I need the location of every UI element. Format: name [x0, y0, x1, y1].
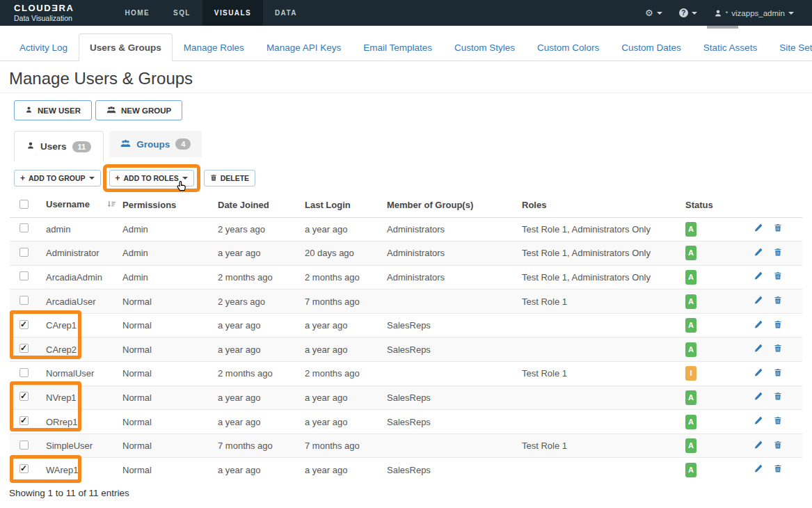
edit-icon[interactable]: [754, 223, 763, 235]
nav-item-sql[interactable]: SQL: [161, 0, 202, 26]
date-joined-cell: a year ago: [218, 458, 305, 482]
date-joined-cell: 2 years ago: [218, 289, 305, 314]
person-icon: [25, 106, 33, 115]
users-table-body: admin Admin 2 years ago a year ago Admin…: [10, 217, 802, 482]
help-icon: ?: [679, 8, 688, 17]
user-icon: [714, 9, 722, 17]
table-row: NormalUser Normal 2 months ago 2 months …: [10, 362, 802, 386]
table-row: CArep1 Normal a year ago a year ago Sale…: [10, 313, 802, 338]
delete-icon[interactable]: [774, 416, 782, 427]
col-permissions[interactable]: Permissions: [122, 193, 218, 217]
delete-icon[interactable]: [774, 368, 782, 379]
row-checkbox[interactable]: [19, 368, 29, 377]
row-checkbox[interactable]: [19, 296, 29, 305]
chevron-down-icon: [788, 12, 794, 15]
date-joined-cell: a year ago: [218, 313, 305, 338]
toolbar: NEW USER NEW GROUP: [14, 100, 182, 120]
tab-groups[interactable]: Groups 4: [109, 131, 202, 157]
date-joined-cell: a year ago: [218, 338, 305, 362]
edit-icon[interactable]: [754, 344, 763, 355]
username-label: vizapps_admin: [731, 9, 785, 17]
col-member[interactable]: Member of Group(s): [387, 193, 522, 217]
delete-button[interactable]: DELETE: [204, 170, 255, 186]
member-cell: [387, 362, 522, 386]
roles-cell: Test Role 1, Administrators Only: [522, 217, 685, 241]
last-login-cell: a year ago: [305, 458, 387, 482]
last-login-cell: a year ago: [305, 338, 387, 362]
tab-activity-log[interactable]: Activity Log: [8, 33, 79, 61]
row-checkbox[interactable]: [19, 344, 29, 353]
col-roles[interactable]: Roles: [522, 193, 685, 217]
row-checkbox[interactable]: [19, 320, 29, 329]
tab-custom-styles[interactable]: Custom Styles: [443, 33, 526, 61]
delete-icon[interactable]: [774, 392, 782, 403]
row-checkbox[interactable]: [19, 271, 29, 280]
delete-icon[interactable]: [774, 223, 782, 235]
tab-manage-api-keys[interactable]: Manage API Keys: [255, 33, 352, 61]
tab-users[interactable]: Users 11: [14, 131, 104, 161]
edit-icon[interactable]: [754, 320, 763, 331]
row-checkbox[interactable]: [19, 248, 29, 257]
select-all-checkbox[interactable]: [19, 200, 29, 209]
delete-icon[interactable]: [774, 271, 782, 283]
delete-icon[interactable]: [774, 464, 782, 475]
last-login-cell: a year ago: [305, 217, 387, 241]
edit-icon[interactable]: [754, 368, 763, 379]
edit-icon[interactable]: [754, 248, 763, 259]
roles-cell: Test Role 1, Administrators Only: [522, 265, 685, 289]
tab-static-assets[interactable]: Static Assets: [692, 33, 768, 61]
add-to-group-button[interactable]: + ADD TO GROUP: [14, 170, 101, 186]
chevron-down-icon: [182, 177, 188, 180]
delete-icon[interactable]: [774, 248, 782, 259]
delete-icon[interactable]: [774, 296, 782, 307]
edit-icon[interactable]: [754, 296, 763, 307]
sort-icon[interactable]: [106, 200, 116, 211]
status-badge: A: [685, 390, 696, 405]
col-last-login[interactable]: Last Login: [305, 193, 387, 217]
chevron-down-icon: [657, 12, 662, 15]
roles-cell: Test Role 1: [522, 362, 685, 386]
edit-icon[interactable]: [754, 271, 763, 283]
delete-icon[interactable]: [774, 440, 782, 452]
table-row: WArep1 Normal a year ago a year ago Sale…: [10, 458, 802, 482]
permissions-cell: Normal: [122, 289, 218, 314]
col-username[interactable]: Username: [46, 199, 90, 209]
new-group-button[interactable]: NEW GROUP: [95, 100, 182, 120]
delete-icon[interactable]: [774, 344, 782, 355]
nav-item-visuals[interactable]: VISUALS: [202, 0, 263, 26]
roles-cell: [522, 410, 685, 434]
tab-users-groups[interactable]: Users & Groups: [79, 33, 173, 61]
tab-email-templates[interactable]: Email Templates: [352, 33, 443, 61]
member-cell: SalesReps: [387, 410, 522, 434]
nav-item-home[interactable]: HOME: [113, 0, 161, 26]
tab-custom-dates[interactable]: Custom Dates: [610, 33, 692, 61]
top-navbar: CLOUDƎRA Data Visualization HOMESQLVISUA…: [0, 0, 812, 26]
tab-manage-roles[interactable]: Manage Roles: [173, 33, 255, 61]
username-cell: ArcadiaAdmin: [46, 265, 122, 289]
settings-menu[interactable]: ⚙: [637, 8, 671, 18]
last-login-cell: a year ago: [305, 410, 387, 434]
username-cell: admin: [46, 217, 122, 241]
col-date-joined[interactable]: Date Joined: [218, 193, 305, 217]
username-cell: Administrator: [46, 241, 122, 266]
roles-cell: [522, 386, 685, 410]
member-cell: SalesReps: [387, 313, 522, 338]
edit-icon[interactable]: [754, 440, 763, 452]
row-checkbox[interactable]: [19, 416, 29, 425]
row-checkbox[interactable]: [19, 440, 29, 450]
edit-icon[interactable]: [754, 416, 763, 427]
nav-item-data[interactable]: DATA: [263, 0, 309, 26]
tab-custom-colors[interactable]: Custom Colors: [526, 33, 610, 61]
tab-site-settings[interactable]: Site Settings: [768, 33, 812, 61]
user-menu[interactable]: * vizapps_admin: [706, 9, 802, 17]
permissions-cell: Normal: [122, 386, 218, 410]
delete-icon[interactable]: [774, 320, 782, 331]
edit-icon[interactable]: [754, 464, 763, 475]
help-menu[interactable]: ?: [671, 8, 706, 17]
new-user-button[interactable]: NEW USER: [14, 100, 92, 120]
row-checkbox[interactable]: [19, 464, 29, 473]
col-status[interactable]: Status: [685, 193, 748, 217]
row-checkbox[interactable]: [19, 223, 29, 232]
edit-icon[interactable]: [754, 392, 763, 403]
row-checkbox[interactable]: [19, 392, 29, 401]
